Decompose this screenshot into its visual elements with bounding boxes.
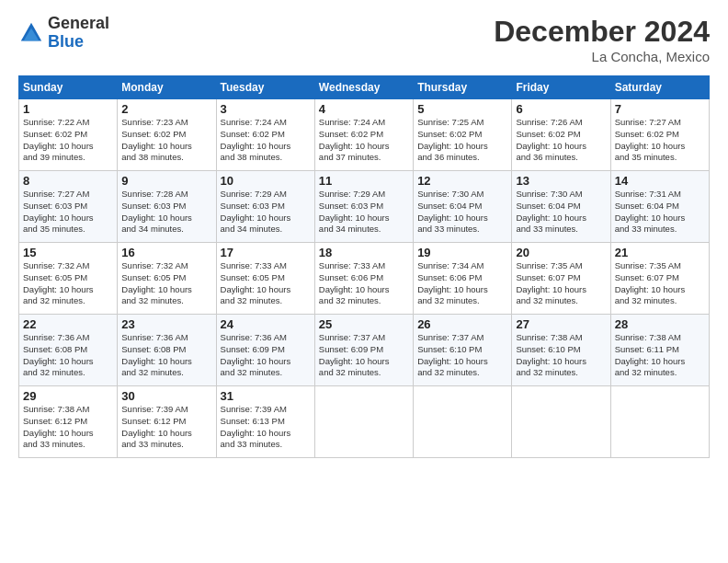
table-row: 24Sunrise: 7:36 AMSunset: 6:09 PMDayligh… <box>216 315 314 386</box>
calendar-header-row: SundayMondayTuesdayWednesdayThursdayFrid… <box>19 76 710 99</box>
table-row: 16Sunrise: 7:32 AMSunset: 6:05 PMDayligh… <box>118 243 216 315</box>
logo-blue: Blue <box>48 32 84 51</box>
table-row <box>414 386 512 458</box>
table-row: 5Sunrise: 7:25 AMSunset: 6:02 PMDaylight… <box>414 99 512 171</box>
day-number: 14 <box>615 174 705 188</box>
day-number: 26 <box>417 317 507 331</box>
table-row: 12Sunrise: 7:30 AMSunset: 6:04 PMDayligh… <box>414 171 512 243</box>
day-number: 21 <box>615 246 705 259</box>
calendar-header-thursday: Thursday <box>414 76 512 99</box>
day-info: Sunrise: 7:24 AMSunset: 6:02 PMDaylight:… <box>221 117 311 164</box>
day-number: 4 <box>319 102 409 116</box>
day-number: 1 <box>23 102 113 116</box>
logo: General Blue <box>18 15 109 52</box>
day-number: 27 <box>516 317 606 331</box>
day-number: 20 <box>516 246 606 259</box>
table-row: 14Sunrise: 7:31 AMSunset: 6:04 PMDayligh… <box>610 171 709 243</box>
day-number: 16 <box>121 246 211 259</box>
table-row: 26Sunrise: 7:37 AMSunset: 6:10 PMDayligh… <box>414 315 512 386</box>
calendar: SundayMondayTuesdayWednesdayThursdayFrid… <box>18 75 710 458</box>
table-row <box>610 386 709 458</box>
table-row: 8Sunrise: 7:27 AMSunset: 6:03 PMDaylight… <box>19 171 118 243</box>
day-info: Sunrise: 7:24 AMSunset: 6:02 PMDaylight:… <box>319 117 409 164</box>
day-number: 5 <box>417 102 507 116</box>
table-row: 27Sunrise: 7:38 AMSunset: 6:10 PMDayligh… <box>512 315 610 386</box>
table-row: 13Sunrise: 7:30 AMSunset: 6:04 PMDayligh… <box>512 171 610 243</box>
day-number: 3 <box>221 102 311 116</box>
day-info: Sunrise: 7:30 AMSunset: 6:04 PMDaylight:… <box>417 189 507 236</box>
logo-icon <box>18 20 44 46</box>
day-number: 15 <box>23 246 113 259</box>
day-info: Sunrise: 7:39 AMSunset: 6:13 PMDaylight:… <box>221 404 311 451</box>
day-number: 23 <box>121 317 211 331</box>
day-number: 2 <box>121 102 211 116</box>
calendar-header-wednesday: Wednesday <box>314 76 413 99</box>
calendar-week-5: 29Sunrise: 7:38 AMSunset: 6:12 PMDayligh… <box>19 386 710 458</box>
day-info: Sunrise: 7:36 AMSunset: 6:08 PMDaylight:… <box>121 332 211 379</box>
day-number: 31 <box>221 389 311 403</box>
day-number: 10 <box>221 174 311 188</box>
table-row: 10Sunrise: 7:29 AMSunset: 6:03 PMDayligh… <box>216 171 314 243</box>
day-info: Sunrise: 7:33 AMSunset: 6:05 PMDaylight:… <box>221 260 311 307</box>
table-row: 9Sunrise: 7:28 AMSunset: 6:03 PMDaylight… <box>118 171 216 243</box>
day-number: 29 <box>23 389 113 403</box>
day-number: 6 <box>516 102 606 116</box>
table-row: 30Sunrise: 7:39 AMSunset: 6:12 PMDayligh… <box>118 386 216 458</box>
calendar-header-tuesday: Tuesday <box>216 76 314 99</box>
day-info: Sunrise: 7:31 AMSunset: 6:04 PMDaylight:… <box>615 189 705 236</box>
calendar-week-4: 22Sunrise: 7:36 AMSunset: 6:08 PMDayligh… <box>19 315 710 386</box>
header: General Blue December 2024 La Concha, Me… <box>18 15 710 64</box>
day-number: 25 <box>319 317 409 331</box>
calendar-week-3: 15Sunrise: 7:32 AMSunset: 6:05 PMDayligh… <box>19 243 710 315</box>
day-info: Sunrise: 7:37 AMSunset: 6:10 PMDaylight:… <box>417 332 507 379</box>
day-number: 24 <box>221 317 311 331</box>
table-row: 22Sunrise: 7:36 AMSunset: 6:08 PMDayligh… <box>19 315 118 386</box>
title-block: December 2024 La Concha, Mexico <box>494 15 710 64</box>
calendar-header-monday: Monday <box>118 76 216 99</box>
table-row: 15Sunrise: 7:32 AMSunset: 6:05 PMDayligh… <box>19 243 118 315</box>
day-number: 22 <box>23 317 113 331</box>
table-row: 7Sunrise: 7:27 AMSunset: 6:02 PMDaylight… <box>610 99 709 171</box>
day-number: 30 <box>121 389 211 403</box>
day-info: Sunrise: 7:30 AMSunset: 6:04 PMDaylight:… <box>516 189 606 236</box>
table-row: 1Sunrise: 7:22 AMSunset: 6:02 PMDaylight… <box>19 99 118 171</box>
day-info: Sunrise: 7:29 AMSunset: 6:03 PMDaylight:… <box>221 189 311 236</box>
month-title: December 2024 <box>494 15 710 49</box>
day-info: Sunrise: 7:35 AMSunset: 6:07 PMDaylight:… <box>516 260 606 307</box>
day-info: Sunrise: 7:25 AMSunset: 6:02 PMDaylight:… <box>417 117 507 164</box>
day-info: Sunrise: 7:29 AMSunset: 6:03 PMDaylight:… <box>319 189 409 236</box>
day-number: 13 <box>516 174 606 188</box>
table-row: 28Sunrise: 7:38 AMSunset: 6:11 PMDayligh… <box>610 315 709 386</box>
day-info: Sunrise: 7:39 AMSunset: 6:12 PMDaylight:… <box>121 404 211 451</box>
day-info: Sunrise: 7:35 AMSunset: 6:07 PMDaylight:… <box>615 260 705 307</box>
location: La Concha, Mexico <box>494 49 710 64</box>
table-row: 31Sunrise: 7:39 AMSunset: 6:13 PMDayligh… <box>216 386 314 458</box>
day-info: Sunrise: 7:38 AMSunset: 6:10 PMDaylight:… <box>516 332 606 379</box>
day-number: 7 <box>615 102 705 116</box>
table-row <box>314 386 413 458</box>
day-info: Sunrise: 7:27 AMSunset: 6:03 PMDaylight:… <box>23 189 113 236</box>
day-number: 11 <box>319 174 409 188</box>
calendar-week-1: 1Sunrise: 7:22 AMSunset: 6:02 PMDaylight… <box>19 99 710 171</box>
day-info: Sunrise: 7:34 AMSunset: 6:06 PMDaylight:… <box>417 260 507 307</box>
table-row: 19Sunrise: 7:34 AMSunset: 6:06 PMDayligh… <box>414 243 512 315</box>
day-info: Sunrise: 7:22 AMSunset: 6:02 PMDaylight:… <box>23 117 113 164</box>
table-row: 18Sunrise: 7:33 AMSunset: 6:06 PMDayligh… <box>314 243 413 315</box>
table-row: 25Sunrise: 7:37 AMSunset: 6:09 PMDayligh… <box>314 315 413 386</box>
day-number: 28 <box>615 317 705 331</box>
table-row <box>512 386 610 458</box>
day-number: 12 <box>417 174 507 188</box>
day-info: Sunrise: 7:36 AMSunset: 6:08 PMDaylight:… <box>23 332 113 379</box>
day-number: 8 <box>23 174 113 188</box>
day-info: Sunrise: 7:28 AMSunset: 6:03 PMDaylight:… <box>121 189 211 236</box>
day-info: Sunrise: 7:38 AMSunset: 6:12 PMDaylight:… <box>23 404 113 451</box>
day-info: Sunrise: 7:37 AMSunset: 6:09 PMDaylight:… <box>319 332 409 379</box>
table-row: 6Sunrise: 7:26 AMSunset: 6:02 PMDaylight… <box>512 99 610 171</box>
day-number: 9 <box>121 174 211 188</box>
day-info: Sunrise: 7:32 AMSunset: 6:05 PMDaylight:… <box>23 260 113 307</box>
logo-general: General <box>48 14 109 32</box>
table-row: 2Sunrise: 7:23 AMSunset: 6:02 PMDaylight… <box>118 99 216 171</box>
day-info: Sunrise: 7:33 AMSunset: 6:06 PMDaylight:… <box>319 260 409 307</box>
day-info: Sunrise: 7:38 AMSunset: 6:11 PMDaylight:… <box>615 332 705 379</box>
table-row: 23Sunrise: 7:36 AMSunset: 6:08 PMDayligh… <box>118 315 216 386</box>
